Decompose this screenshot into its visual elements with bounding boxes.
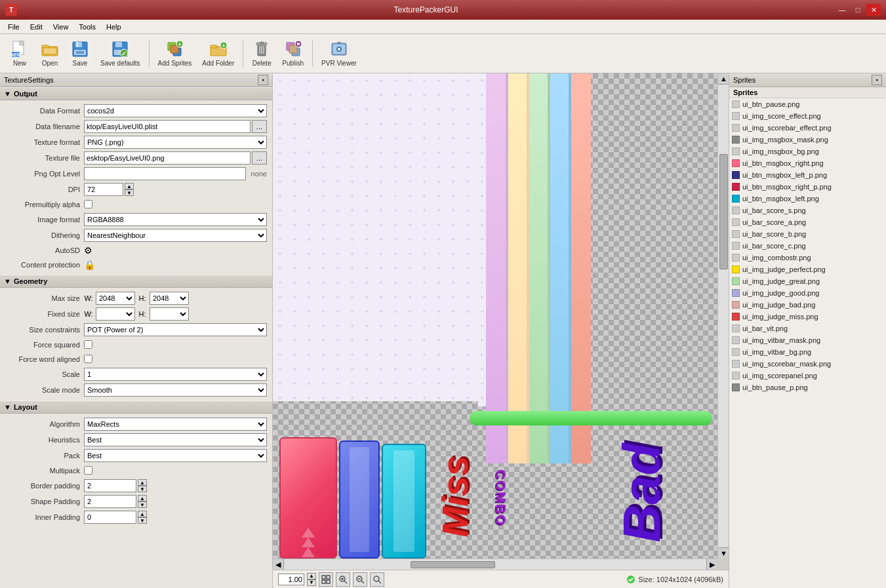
sprites-list[interactable]: Sprites ui_btn_pause.pngui_img_score_eff… (729, 87, 886, 588)
sprite-item[interactable]: ui_btn_pause_p.png (729, 382, 886, 393)
sprite-item[interactable]: ui_img_scorebar_mask.png (729, 358, 886, 370)
dpi-down[interactable]: ▼ (125, 189, 134, 196)
settings-scroll[interactable]: ▼ Output Data Format cocos2d Data filena… (0, 87, 272, 588)
menu-file[interactable]: File (3, 22, 25, 32)
layout-section-header[interactable]: ▼ Layout (0, 401, 272, 414)
sprite-item[interactable]: ui_img_score_effect.png (729, 110, 886, 122)
sprite-item[interactable]: ui_bar_vit.png (729, 323, 886, 334)
sprite-item[interactable]: ui_btn_msgbox_left.png (729, 193, 886, 205)
sprite-item[interactable]: ui_img_judge_great.png (729, 275, 886, 287)
sprite-item[interactable]: ui_btn_msgbox_right.png (729, 157, 886, 169)
sprite-item[interactable]: ui_img_vitbar_bg.png (729, 346, 886, 358)
panel-maximize-button[interactable]: ▪ (258, 75, 268, 85)
scale-select[interactable]: 1 (84, 368, 267, 381)
data-format-select[interactable]: cocos2d (84, 104, 267, 117)
fixed-size-h-select[interactable] (150, 307, 189, 321)
sprite-item[interactable]: ui_bar_score_b.png (729, 228, 886, 240)
max-size-h-select[interactable]: 2048 (150, 292, 189, 305)
sprite-item[interactable]: ui_img_judge_perfect.png (729, 264, 886, 275)
sprite-item[interactable]: ui_img_msgbox_bg.png (729, 146, 886, 157)
canvas-area[interactable]: Miss COMBO Bad ▲ ▼ (273, 73, 729, 570)
zoom-reset-button[interactable] (353, 572, 367, 587)
save-defaults-button[interactable]: ✓ Save defaults (96, 37, 145, 70)
zoom-in-button[interactable] (336, 572, 350, 587)
heuristics-select[interactable]: Best (84, 433, 267, 446)
canvas-vscrollbar[interactable]: ▲ ▼ (717, 73, 729, 559)
data-filename-input[interactable] (84, 120, 251, 133)
dpi-input[interactable] (84, 183, 123, 196)
zoom-up-button[interactable]: ▲ (307, 573, 316, 579)
sprite-item[interactable]: ui_img_judge_good.png (729, 287, 886, 299)
zoom-down-button[interactable]: ▼ (307, 579, 316, 586)
scale-mode-select[interactable]: Smooth (84, 383, 267, 397)
image-format-select[interactable]: RGBA8888 (84, 213, 267, 226)
dithering-select[interactable]: NearestNeighbour (84, 229, 267, 242)
sprite-item[interactable]: ui_bar_score_s.png (729, 205, 886, 216)
shape-padding-down[interactable]: ▼ (138, 501, 147, 508)
sprite-item[interactable]: ui_img_combostr.png (729, 252, 886, 264)
algorithm-select[interactable]: MaxRects (84, 418, 267, 431)
inner-padding-up[interactable]: ▲ (138, 511, 147, 517)
texture-file-input[interactable] (84, 151, 251, 165)
publish-button[interactable]: Publish (277, 37, 308, 70)
force-squared-checkbox[interactable] (84, 340, 92, 349)
delete-button[interactable]: Delete (247, 37, 276, 70)
menu-view[interactable]: View (48, 22, 74, 32)
data-filename-browse[interactable]: ... (252, 120, 267, 133)
output-section-header[interactable]: ▼ Output (0, 87, 272, 100)
open-button[interactable]: Open (35, 37, 64, 70)
sprite-item[interactable]: ui_img_scorepanel.png (729, 370, 886, 382)
vscroll-thumb[interactable] (719, 154, 728, 270)
sprite-item[interactable]: ui_img_vitbar_mask.png (729, 334, 886, 346)
zoom-out-button[interactable] (370, 572, 384, 587)
auto-sd-gear-icon[interactable]: ⚙ (84, 245, 92, 256)
zoom-input[interactable] (278, 574, 304, 585)
maximize-button[interactable]: □ (851, 4, 865, 16)
minimize-button[interactable]: — (835, 4, 849, 16)
zoom-fit-button[interactable] (319, 572, 333, 587)
vscroll-down-button[interactable]: ▼ (718, 547, 729, 559)
hscroll-left-button[interactable]: ◀ (273, 559, 284, 570)
pvr-viewer-button[interactable]: PVR Viewer (317, 37, 361, 70)
vscroll-up-button[interactable]: ▲ (718, 73, 729, 85)
inner-padding-input[interactable] (84, 511, 136, 524)
hscroll-right-button[interactable]: ▶ (706, 559, 717, 570)
border-padding-down[interactable]: ▼ (138, 486, 147, 492)
sprite-item[interactable]: ui_img_judge_bad.png (729, 299, 886, 311)
multipack-checkbox[interactable] (84, 466, 92, 475)
png-opt-level-input[interactable] (84, 167, 246, 180)
add-sprites-button[interactable]: + Add Sprites (153, 37, 197, 70)
menu-edit[interactable]: Edit (25, 22, 48, 32)
sprite-item[interactable]: ui_btn_msgbox_left_p.png (729, 169, 886, 181)
pack-select[interactable]: Best (84, 449, 267, 462)
save-button[interactable]: Save (66, 37, 94, 70)
shape-padding-input[interactable] (84, 495, 136, 508)
max-size-w-select[interactable]: 2048 (96, 292, 135, 305)
inner-padding-down[interactable]: ▼ (138, 517, 147, 524)
content-protection-lock-icon[interactable]: 🔒 (84, 260, 95, 270)
sprite-item[interactable]: ui_bar_score_a.png (729, 216, 886, 228)
fixed-size-w-select[interactable] (96, 307, 135, 321)
sprites-panel-maximize[interactable]: ▪ (872, 75, 882, 85)
new-button[interactable]: NEW New (5, 37, 34, 70)
dpi-up[interactable]: ▲ (125, 183, 134, 189)
menu-tools[interactable]: Tools (73, 22, 101, 32)
sprite-item[interactable]: ui_btn_msgbox_right_p.png (729, 181, 886, 193)
texture-file-browse[interactable]: ... (252, 151, 267, 165)
close-button[interactable]: ✕ (866, 4, 881, 16)
hscroll-thumb[interactable] (411, 561, 495, 568)
geometry-section-header[interactable]: ▼ Geometry (0, 275, 272, 288)
border-padding-up[interactable]: ▲ (138, 479, 147, 486)
force-word-checkbox[interactable] (84, 355, 92, 363)
add-folder-button[interactable]: + Add Folder (197, 37, 239, 70)
border-padding-input[interactable] (84, 479, 136, 492)
sprite-item[interactable]: ui_bar_score_c.png (729, 240, 886, 252)
menu-help[interactable]: Help (101, 22, 127, 32)
shape-padding-up[interactable]: ▲ (138, 495, 147, 501)
premultiply-checkbox[interactable] (84, 200, 92, 208)
sprite-item[interactable]: ui_img_msgbox_mask.png (729, 134, 886, 146)
sprite-item[interactable]: ui_img_judge_miss.png (729, 311, 886, 323)
canvas-hscrollbar[interactable]: ◀ ▶ (273, 559, 717, 570)
texture-format-select[interactable]: PNG (.png) (84, 136, 267, 149)
sprite-item[interactable]: ui_img_scorebar_effect.png (729, 122, 886, 134)
